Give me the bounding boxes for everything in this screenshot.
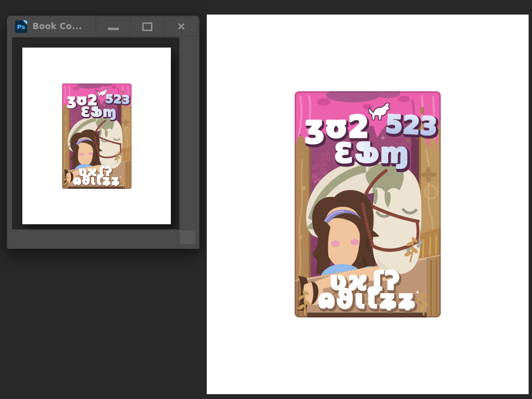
photoshop-app-icon: Ps bbox=[15, 20, 27, 33]
window-titlebar[interactable]: Ps Book Co... ✕ bbox=[7, 16, 199, 37]
horizontal-scrollbar[interactable] bbox=[12, 230, 179, 244]
book-cover-thumbnail bbox=[62, 83, 132, 189]
canvas-small[interactable] bbox=[22, 48, 171, 224]
close-icon: ✕ bbox=[177, 21, 186, 32]
window-body bbox=[12, 37, 195, 244]
file-corner-fold-icon bbox=[23, 20, 27, 25]
canvas-large[interactable] bbox=[207, 15, 529, 394]
document-viewport bbox=[12, 37, 179, 229]
window-title: Book Co... bbox=[33, 16, 82, 37]
book-cover-large bbox=[295, 91, 441, 317]
maximize-icon bbox=[142, 22, 152, 31]
desktop: { "app": { "name": "Photoshop", "icon_la… bbox=[0, 0, 532, 399]
scrollbar-corner bbox=[180, 230, 195, 244]
minimize-icon bbox=[108, 28, 119, 30]
photoshop-document-window[interactable]: Ps Book Co... ✕ bbox=[7, 16, 200, 249]
close-button[interactable]: ✕ bbox=[164, 17, 198, 36]
minimize-button[interactable] bbox=[96, 17, 130, 36]
vertical-scrollbar[interactable] bbox=[180, 37, 195, 229]
maximize-button[interactable] bbox=[130, 17, 164, 36]
window-controls: ✕ bbox=[96, 17, 199, 36]
